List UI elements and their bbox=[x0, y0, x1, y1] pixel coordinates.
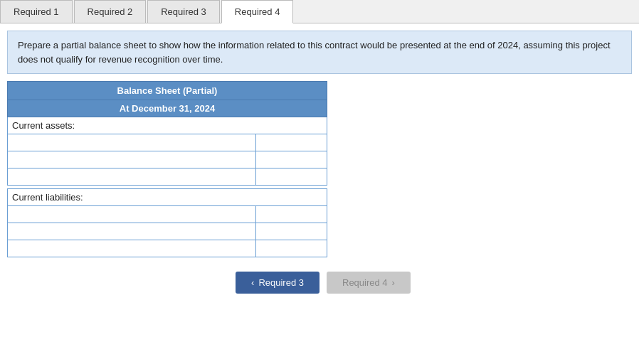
liability-row-1-label[interactable] bbox=[8, 206, 255, 223]
tab-required-4[interactable]: Required 4 bbox=[221, 0, 294, 23]
asset-row-1 bbox=[7, 134, 327, 151]
prev-chevron-icon: ‹ bbox=[251, 277, 254, 288]
next-chevron-icon: › bbox=[392, 277, 395, 288]
asset-row-1-value[interactable] bbox=[255, 134, 327, 151]
tab-bar: Required 1 Required 2 Required 3 Require… bbox=[0, 0, 639, 23]
instruction-text: Prepare a partial balance sheet to show … bbox=[18, 40, 611, 65]
balance-sheet-title: Balance Sheet (Partial) bbox=[7, 81, 327, 100]
prev-button-label: Required 3 bbox=[258, 277, 304, 288]
asset-row-2-value[interactable] bbox=[255, 151, 327, 168]
asset-row-1-label[interactable] bbox=[8, 134, 255, 151]
liability-row-2 bbox=[7, 223, 327, 240]
prev-button[interactable]: ‹ Required 3 bbox=[236, 272, 320, 294]
liability-row-3-value[interactable] bbox=[255, 240, 327, 257]
next-button-label: Required 4 bbox=[342, 277, 388, 288]
instruction-box: Prepare a partial balance sheet to show … bbox=[7, 31, 632, 74]
liability-row-3 bbox=[7, 240, 327, 257]
balance-sheet-container: Balance Sheet (Partial) At December 31, … bbox=[7, 81, 327, 257]
balance-sheet-subtitle: At December 31, 2024 bbox=[7, 100, 327, 117]
tab-required-2[interactable]: Required 2 bbox=[74, 0, 147, 23]
liability-row-1-value[interactable] bbox=[255, 206, 327, 223]
asset-row-2 bbox=[7, 151, 327, 168]
tab-required-1[interactable]: Required 1 bbox=[0, 0, 73, 23]
asset-row-2-label[interactable] bbox=[8, 151, 255, 168]
liability-row-3-label[interactable] bbox=[8, 240, 255, 257]
current-liabilities-label: Current liabilities: bbox=[7, 188, 327, 206]
asset-row-3-value[interactable] bbox=[255, 168, 327, 185]
asset-row-3-label[interactable] bbox=[8, 168, 255, 185]
current-assets-label: Current assets: bbox=[7, 117, 327, 134]
liability-row-2-label[interactable] bbox=[8, 223, 255, 240]
liability-row-2-value[interactable] bbox=[255, 223, 327, 240]
next-button[interactable]: Required 4 › bbox=[327, 272, 411, 294]
asset-row-3 bbox=[7, 168, 327, 186]
liability-row-1 bbox=[7, 206, 327, 223]
nav-buttons: ‹ Required 3 Required 4 › bbox=[7, 272, 639, 294]
tab-required-3[interactable]: Required 3 bbox=[147, 0, 220, 23]
